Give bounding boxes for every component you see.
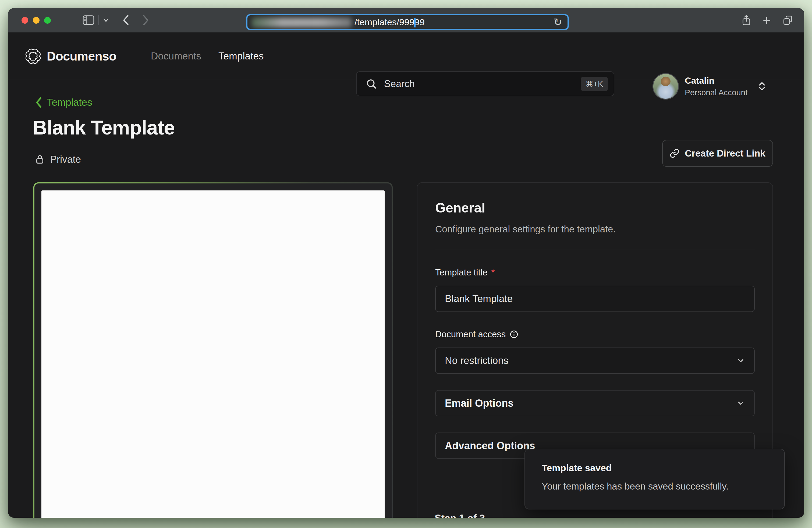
close-window-button[interactable] (21, 17, 28, 24)
create-direct-link-label: Create Direct Link (685, 148, 766, 159)
template-title-label: Template title (435, 267, 487, 278)
tab-overview-icon[interactable] (782, 15, 794, 26)
search-input[interactable]: Search ⌘+K (356, 71, 614, 96)
text-caret (414, 18, 416, 27)
sidebar-toggle-icon[interactable] (83, 15, 95, 25)
document-access-label-row: Document access (435, 329, 755, 339)
chevron-down-icon (736, 356, 745, 365)
visibility-label: Private (50, 154, 81, 165)
advanced-options-label: Advanced Options (445, 440, 535, 452)
toast-title: Template saved (542, 463, 768, 473)
reload-icon[interactable]: ↻ (553, 17, 562, 27)
search-placeholder: Search (384, 78, 415, 90)
address-bar[interactable]: /templates/99999 ↻ (246, 14, 569, 30)
document-access-value: No restrictions (445, 355, 508, 366)
toolbar-separator (98, 15, 99, 25)
document-page (41, 190, 385, 518)
email-options-label: Email Options (445, 398, 513, 409)
search-shortcut-badge: ⌘+K (581, 77, 608, 91)
user-account-type: Personal Account (685, 88, 748, 97)
chevrons-up-down-icon (757, 80, 767, 92)
browser-back-icon[interactable] (122, 14, 130, 26)
browser-forward-icon[interactable] (142, 14, 150, 26)
template-preview-frame (33, 182, 393, 518)
general-description: Configure general settings for the templ… (435, 224, 755, 235)
general-heading: General (435, 200, 755, 216)
new-tab-icon[interactable]: + (763, 13, 771, 27)
document-access-label: Document access (435, 329, 506, 339)
zoom-window-button[interactable] (44, 17, 51, 24)
lock-icon (35, 154, 45, 165)
user-name: Catalin (685, 76, 748, 86)
nav-item-documents[interactable]: Documents (151, 50, 201, 62)
step-indicator: Step 1 of 3 (435, 513, 485, 518)
app-header: Documenso Documents Templates Search ⌘+K… (8, 33, 804, 80)
search-icon (366, 78, 377, 90)
nav-item-templates[interactable]: Templates (218, 50, 264, 62)
share-icon[interactable] (741, 14, 752, 27)
sidebar-menu-chevron-icon[interactable] (102, 18, 110, 23)
brand-name: Documenso (47, 49, 116, 63)
window-controls (21, 17, 51, 24)
documenso-logo-icon (25, 48, 41, 64)
chevron-down-icon (736, 399, 745, 408)
account-menu[interactable]: Catalin Personal Account (653, 73, 767, 100)
section-divider (435, 250, 755, 250)
template-preview-inner (34, 184, 392, 518)
link-icon (670, 148, 679, 158)
redacted-domain-blur (252, 18, 352, 27)
main-nav: Documents Templates (151, 50, 264, 62)
browser-titlebar: /templates/99999 ↻ + (8, 8, 804, 33)
document-access-select[interactable]: No restrictions (435, 348, 755, 374)
required-asterisk: * (491, 267, 495, 278)
info-icon[interactable] (509, 330, 519, 339)
back-link-label: Templates (47, 97, 92, 108)
browser-window: /templates/99999 ↻ + (8, 8, 804, 518)
template-title-label-row: Template title * (435, 267, 755, 278)
brand[interactable]: Documenso (25, 48, 116, 64)
visibility-badge: Private (35, 154, 81, 165)
chevron-left-icon (35, 97, 43, 108)
toast-notification: Template saved Your templates has been s… (524, 449, 785, 510)
back-to-templates-link[interactable]: Templates (35, 97, 92, 108)
toast-message: Your templates has been saved successful… (542, 481, 768, 492)
create-direct-link-button[interactable]: Create Direct Link (662, 140, 773, 167)
avatar (653, 73, 679, 100)
minimize-window-button[interactable] (33, 17, 40, 24)
page-title: Blank Template (33, 116, 175, 139)
template-title-input[interactable] (435, 285, 755, 312)
email-options-toggle[interactable]: Email Options (435, 390, 755, 416)
